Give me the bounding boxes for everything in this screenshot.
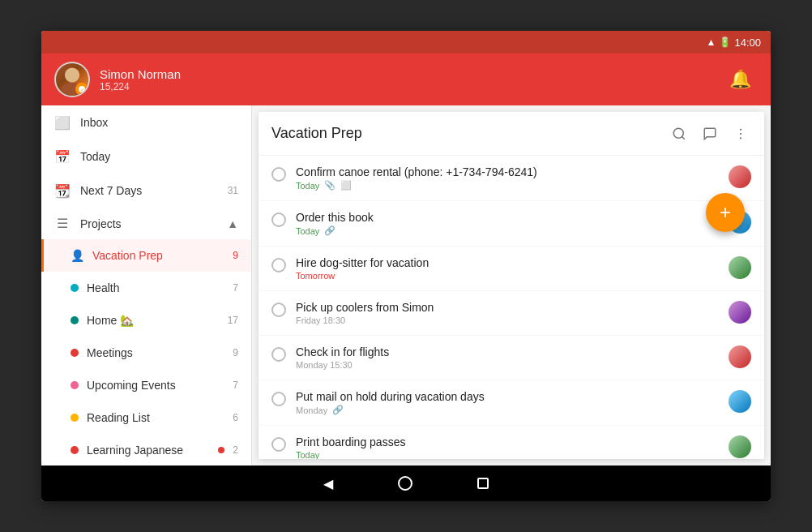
task-item[interactable]: Check in for flights Monday 15:30 (259, 336, 764, 380)
task-meta: Today (296, 450, 719, 459)
task-item[interactable]: Print boarding passes Today (259, 426, 764, 459)
recents-button[interactable] (477, 478, 489, 489)
project-item-vacation-prep[interactable]: 👤 Vacation Prep 9 (41, 239, 251, 272)
svg-text:✓: ✓ (80, 88, 84, 92)
next7days-badge: 31 (228, 185, 238, 196)
header-actions: 🔔 (723, 62, 758, 97)
notifications-button[interactable]: 🔔 (723, 62, 758, 97)
project-item-learning-japanese[interactable]: Learning Japanese 2 (41, 434, 251, 466)
task-meta: Today 🔗 (296, 225, 719, 236)
project-dot-home (71, 316, 79, 324)
status-time: 14:00 (734, 36, 761, 49)
task-meta: Tomorrow (296, 271, 719, 281)
task-item[interactable]: Put mail on hold during vacation days Mo… (259, 380, 764, 426)
project-dot-upcoming-events (71, 381, 79, 389)
user-info: Simon Norman 15,224 (100, 67, 181, 92)
task-checkbox[interactable] (271, 212, 286, 227)
add-task-button[interactable]: + (706, 193, 745, 232)
inbox-icon: ⬜ (54, 115, 71, 131)
task-checkbox[interactable] (271, 167, 286, 182)
projects-header[interactable]: ☰ Projects ▲ (41, 208, 251, 239)
task-panel: Vacation Prep (259, 112, 764, 459)
project-dot-meetings (71, 349, 79, 357)
sidebar-item-today[interactable]: 📅 Today (41, 139, 251, 174)
task-panel-header: Vacation Prep (259, 112, 764, 156)
active-indicator (41, 239, 44, 272)
task-checkbox[interactable] (271, 302, 286, 317)
task-date: Today (296, 450, 319, 459)
task-content: Confirm canoe rental (phone: +1-734-794-… (296, 165, 719, 191)
task-checkbox[interactable] (271, 347, 286, 362)
task-item[interactable]: Order this book Today 🔗 (259, 201, 764, 247)
task-date: Friday 18:30 (296, 315, 345, 325)
bottom-navigation: ◀ (41, 466, 771, 501)
app-container: ▲ 🔋 14:00 ✓ Simon Norman 15,224 (41, 31, 771, 501)
project-label-meetings: Meetings (87, 346, 224, 359)
project-label-health: Health (87, 281, 224, 294)
sidebar-item-inbox[interactable]: ⬜ Inbox (41, 105, 251, 139)
recents-icon (477, 478, 489, 489)
project-badge-learning-japanese: 2 (233, 444, 238, 456)
main-content: ⬜ Inbox 📅 Today 📆 Next 7 Days 31 ☰ Proje… (41, 105, 771, 466)
svg-line-5 (682, 136, 684, 139)
back-button[interactable]: ◀ (323, 476, 333, 491)
task-date: Today (296, 226, 319, 236)
user-name: Simon Norman (100, 67, 181, 81)
task-content: Hire dog-sitter for vacation Tomorrow (296, 256, 719, 281)
attachment-icon: 📎 (324, 180, 335, 191)
task-title: Order this book (296, 211, 719, 224)
status-icons: ▲ 🔋 14:00 (707, 36, 761, 49)
project-badge-vacation-prep: 9 (233, 250, 238, 261)
task-list: Confirm canoe rental (phone: +1-734-794-… (259, 156, 764, 459)
task-item[interactable]: Pick up coolers from Simon Friday 18:30 (259, 291, 764, 336)
task-content: Print boarding passes Today (296, 435, 719, 459)
avatar[interactable]: ✓ (54, 62, 90, 97)
chevron-up-icon: ▲ (227, 217, 238, 230)
home-button[interactable] (398, 476, 412, 491)
status-bar: ▲ 🔋 14:00 (41, 31, 771, 54)
task-checkbox[interactable] (271, 437, 286, 452)
project-item-reading-list[interactable]: Reading List 6 (41, 401, 251, 434)
home-icon (398, 476, 412, 491)
project-label-upcoming-events: Upcoming Events (87, 379, 224, 392)
task-panel-title: Vacation Prep (271, 125, 669, 142)
signal-icon: ▲ (707, 36, 716, 48)
note-icon: ⬜ (340, 180, 352, 191)
task-content: Pick up coolers from Simon Friday 18:30 (296, 301, 719, 325)
svg-point-0 (65, 67, 79, 82)
more-options-button[interactable] (730, 123, 751, 144)
project-item-meetings[interactable]: Meetings 9 (41, 337, 251, 369)
task-item[interactable]: Confirm canoe rental (phone: +1-734-794-… (259, 156, 764, 201)
task-avatar (729, 301, 751, 324)
project-label-reading-list: Reading List (87, 411, 224, 424)
task-date: Monday 15:30 (296, 360, 353, 370)
user-karma: 15,224 (100, 81, 181, 92)
task-content: Put mail on hold during vacation days Mo… (296, 390, 719, 415)
panel-actions (669, 123, 751, 144)
comment-button[interactable] (699, 123, 720, 144)
task-checkbox[interactable] (271, 258, 286, 272)
search-button[interactable] (669, 123, 690, 144)
project-item-upcoming-events[interactable]: Upcoming Events 7 (41, 369, 251, 401)
task-avatar (729, 435, 751, 458)
sidebar-label-today: Today (80, 150, 238, 163)
task-checkbox[interactable] (271, 392, 286, 406)
project-item-health[interactable]: Health 7 (41, 272, 251, 304)
task-content: Check in for flights Monday 15:30 (296, 345, 719, 370)
task-item[interactable]: Hire dog-sitter for vacation Tomorrow (259, 247, 764, 291)
svg-point-6 (740, 128, 741, 130)
calendar-icon: 📆 (54, 183, 71, 199)
task-date: Monday (296, 405, 327, 415)
link-icon: 🔗 (324, 225, 335, 236)
task-title: Check in for flights (296, 345, 719, 358)
task-title: Confirm canoe rental (phone: +1-734-794-… (296, 165, 719, 178)
sidebar-item-next7days[interactable]: 📆 Next 7 Days 31 (41, 174, 251, 208)
project-badge-upcoming-events: 7 (233, 380, 238, 391)
project-badge-reading-list: 6 (233, 412, 238, 423)
task-title: Pick up coolers from Simon (296, 301, 719, 314)
link-icon: 🔗 (332, 405, 344, 415)
karma-badge: ✓ (75, 83, 88, 96)
project-badge-home: 17 (228, 315, 238, 326)
project-item-home[interactable]: Home 🏡 17 (41, 304, 251, 337)
task-avatar (729, 256, 751, 279)
